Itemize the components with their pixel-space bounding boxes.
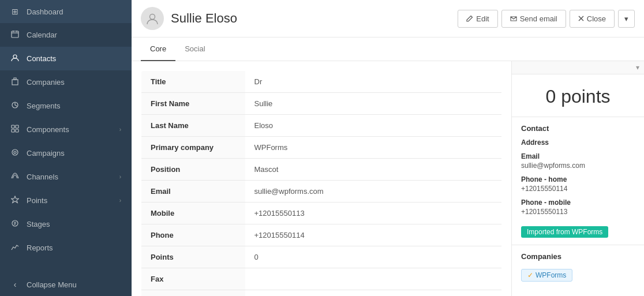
sidebar-item-segments[interactable]: Segments <box>0 94 132 118</box>
field-value: WPForms <box>245 137 502 159</box>
field-value: +12015550114 <box>245 224 502 246</box>
header-actions: Edit Send email Close ▾ <box>458 10 635 28</box>
field-value: Eloso <box>245 115 502 137</box>
sidebar-item-stages[interactable]: Stages <box>0 212 132 236</box>
right-panel: ▾ 0 points Contact Address Email sullie@… <box>511 61 644 296</box>
right-panel-header: ▾ <box>512 61 644 74</box>
table-row: First NameSullie <box>141 93 502 115</box>
main-content: Sullie Eloso Edit Send email Close ▾ Cor… <box>132 0 644 296</box>
field-label: Position <box>141 159 245 181</box>
collapse-icon: ‹ <box>10 280 20 289</box>
phone-home-value: +12015550114 <box>521 185 635 193</box>
svg-rect-5 <box>12 80 18 85</box>
field-value <box>245 290 502 297</box>
content-header: Sullie Eloso Edit Send email Close ▾ <box>132 0 644 38</box>
field-value <box>245 268 502 290</box>
dropdown-button[interactable]: ▾ <box>618 10 635 28</box>
companies-section: Companies ✓ WPForms <box>512 245 644 288</box>
tab-core[interactable]: Core <box>141 38 175 61</box>
sidebar-item-calendar[interactable]: Calendar <box>0 23 132 47</box>
companies-icon <box>10 77 20 87</box>
sidebar-item-label: Components <box>27 125 119 134</box>
sidebar-item-dashboard[interactable]: ⊞ Dashboard <box>0 0 132 23</box>
table-row: Last NameEloso <box>141 115 502 137</box>
table-row: PositionMascot <box>141 159 502 181</box>
sidebar-item-label: Calendar <box>27 31 121 39</box>
svg-point-11 <box>12 149 18 155</box>
segments-icon <box>10 101 20 111</box>
sidebar-item-label: Collapse Menu <box>27 280 121 289</box>
table-row: Points0 <box>141 246 502 268</box>
field-label: Fax <box>141 268 245 290</box>
field-label: First Name <box>141 93 245 115</box>
sidebar-item-reports[interactable]: Reports <box>0 236 132 260</box>
sidebar-item-label: Stages <box>27 220 121 228</box>
company-tag[interactable]: ✓ WPForms <box>521 269 572 282</box>
table-row: Primary companyWPForms <box>141 137 502 159</box>
page-title: Sullie Eloso <box>171 11 458 26</box>
svg-point-12 <box>14 151 16 153</box>
close-button[interactable]: Close <box>570 10 615 28</box>
stages-icon <box>10 219 20 229</box>
contact-section: Contact Address Email sullie@wpforms.com… <box>512 117 644 245</box>
address-label: Address <box>521 138 635 147</box>
svg-rect-9 <box>12 129 14 132</box>
svg-rect-8 <box>16 125 18 128</box>
calendar-icon <box>10 30 20 40</box>
field-label: Address Line 1 <box>141 290 245 297</box>
sidebar-item-label: Dashboard <box>27 8 121 16</box>
sidebar-item-points[interactable]: Points › <box>0 189 132 212</box>
sidebar-item-companies[interactable]: Companies <box>0 70 132 94</box>
contact-section-title: Contact <box>521 124 635 133</box>
avatar <box>141 7 164 30</box>
svg-point-4 <box>13 55 17 58</box>
sidebar-item-components[interactable]: Components › <box>0 118 132 141</box>
tabs-bar: Core Social <box>132 38 644 61</box>
send-email-button[interactable]: Send email <box>501 10 566 28</box>
table-row: TitleDr <box>141 71 502 93</box>
field-label: Email <box>141 181 245 203</box>
svg-rect-0 <box>12 31 18 38</box>
sidebar: ⊞ Dashboard Calendar Contacts Companies … <box>0 0 132 296</box>
svg-rect-10 <box>16 129 18 132</box>
channels-icon <box>10 172 20 182</box>
field-label: Title <box>141 71 245 93</box>
chevron-down-icon[interactable]: ▾ <box>636 63 639 72</box>
sidebar-item-label: Reports <box>27 243 121 252</box>
field-label: Primary company <box>141 137 245 159</box>
field-value: Dr <box>245 71 502 93</box>
companies-section-title: Companies <box>521 252 635 261</box>
arrow-icon: › <box>119 174 121 180</box>
field-value: sullie@wpforms.com <box>245 181 502 203</box>
company-name: WPForms <box>536 271 566 279</box>
field-value: Sullie <box>245 93 502 115</box>
sidebar-item-collapse[interactable]: ‹ Collapse Menu <box>0 273 132 296</box>
points-display: 0 points <box>512 74 644 117</box>
email-value: sullie@wpforms.com <box>521 162 635 170</box>
sidebar-item-label: Contacts <box>27 54 121 63</box>
sidebar-item-contacts[interactable]: Contacts <box>0 47 132 70</box>
edit-button[interactable]: Edit <box>458 10 497 28</box>
table-row: Phone+12015550114 <box>141 224 502 246</box>
contact-form-table: TitleDrFirst NameSullieLast NameElosoPri… <box>141 70 502 296</box>
table-row: Address Line 1 <box>141 290 502 297</box>
sidebar-item-campaigns[interactable]: Campaigns <box>0 141 132 165</box>
imported-tag: Imported from WPForms <box>521 226 608 238</box>
reports-icon <box>10 243 20 253</box>
field-value: 0 <box>245 246 502 268</box>
table-row: Emailsullie@wpforms.com <box>141 181 502 203</box>
phone-mobile-label: Phone - mobile <box>521 198 635 207</box>
field-label: Mobile <box>141 203 245 224</box>
field-label: Phone <box>141 224 245 246</box>
tab-social[interactable]: Social <box>175 38 214 61</box>
sidebar-item-channels[interactable]: Channels › <box>0 165 132 189</box>
sidebar-item-label: Campaigns <box>27 149 121 158</box>
form-panel: TitleDrFirst NameSullieLast NameElosoPri… <box>132 61 511 296</box>
sidebar-item-label: Points <box>27 196 119 205</box>
table-row: Fax <box>141 268 502 290</box>
email-label: Email <box>521 152 635 160</box>
field-value: Mascot <box>245 159 502 181</box>
sidebar-item-label: Segments <box>27 102 121 110</box>
table-row: Mobile+12015550113 <box>141 203 502 224</box>
field-label: Last Name <box>141 115 245 137</box>
